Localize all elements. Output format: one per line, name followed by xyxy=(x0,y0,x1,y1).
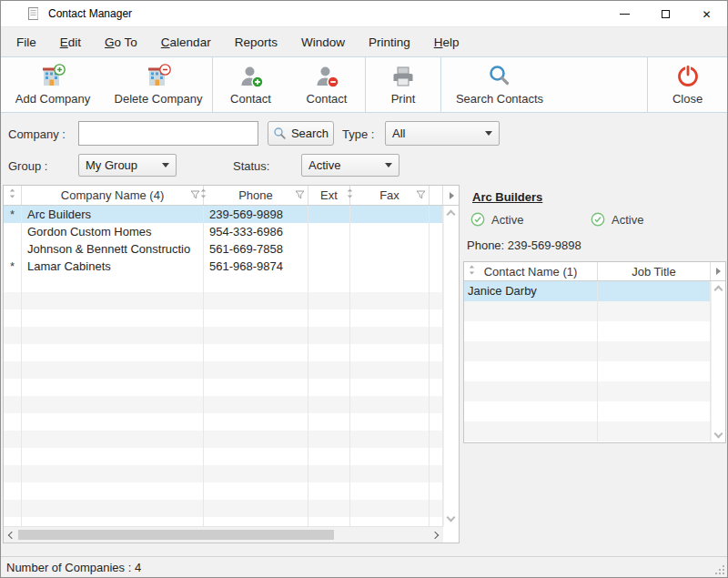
contact-grid-body: Janice Darby xyxy=(464,281,711,442)
search-button[interactable]: Search xyxy=(268,121,334,146)
table-row[interactable] xyxy=(4,344,443,361)
menu-item-window[interactable]: Window xyxy=(289,31,357,54)
table-row[interactable] xyxy=(4,448,443,465)
table-row[interactable] xyxy=(464,421,711,441)
table-row[interactable] xyxy=(464,401,711,421)
toolbar-button-search-contacts[interactable]: Search Contacts xyxy=(441,57,558,112)
column-header-label: Fax xyxy=(379,188,399,202)
scroll-right-arrow-icon[interactable] xyxy=(450,192,454,199)
menu-item-reports[interactable]: Reports xyxy=(223,31,289,54)
scroll-right-icon[interactable] xyxy=(431,532,439,539)
contact-grid-vertical-scrollbar[interactable] xyxy=(711,281,725,442)
menu-item-go-to[interactable]: Go To xyxy=(93,31,149,54)
cell xyxy=(430,258,443,275)
cell xyxy=(308,448,350,465)
status-select[interactable]: Active xyxy=(301,154,399,177)
status-badge-label: Active xyxy=(491,213,523,227)
maximize-button[interactable] xyxy=(645,1,686,27)
filter-funnel-icon[interactable] xyxy=(190,190,200,199)
menu-item-printing[interactable]: Printing xyxy=(357,31,422,54)
menu-item-edit[interactable]: Edit xyxy=(48,31,93,54)
table-row[interactable] xyxy=(4,482,443,500)
company-grid-horizontal-scrollbar[interactable] xyxy=(4,526,443,543)
table-row[interactable] xyxy=(4,361,443,379)
toolbar-button-close[interactable]: Close xyxy=(648,57,727,112)
filter-funnel-icon[interactable] xyxy=(295,190,305,199)
table-row[interactable] xyxy=(464,361,711,381)
cell xyxy=(204,396,308,413)
table-row[interactable] xyxy=(4,465,443,482)
toolbar-button-contact-delete[interactable]: Contact xyxy=(288,57,365,112)
cell xyxy=(598,421,711,441)
table-row[interactable] xyxy=(464,381,711,401)
column-header-phone[interactable]: Phone xyxy=(204,186,308,205)
type-select[interactable]: All xyxy=(385,121,500,146)
column-header-filler[interactable] xyxy=(430,186,443,205)
company-input[interactable] xyxy=(78,121,258,146)
minimize-button[interactable] xyxy=(604,1,645,27)
cell xyxy=(430,344,443,361)
column-header-job-title[interactable]: Job Title xyxy=(598,262,711,280)
contact-grid: Contact Name (1)Job Title Janice Darby xyxy=(463,261,726,443)
table-row[interactable] xyxy=(4,396,443,413)
cell xyxy=(308,327,350,344)
toolbar-button-add-company[interactable]: Add Company xyxy=(1,57,105,112)
scrollbar-thumb[interactable] xyxy=(18,530,334,540)
cell xyxy=(430,431,443,448)
status-bar: Number of Companies : 4 xyxy=(1,556,727,577)
toolbar-button-contact-add[interactable]: Contact xyxy=(213,57,288,112)
scroll-left-icon[interactable] xyxy=(8,532,15,539)
group-label: Group : xyxy=(8,159,47,173)
table-row[interactable]: *Lamar Cabinets561-968-9874 xyxy=(4,258,443,275)
menu-item-file[interactable]: File xyxy=(5,31,48,54)
column-header-company-name-4[interactable]: Company Name (4) xyxy=(22,186,204,205)
resize-grip[interactable] xyxy=(715,565,724,574)
toolbar-button-print[interactable]: Print xyxy=(366,57,440,112)
scroll-right-arrow-icon[interactable] xyxy=(716,268,721,275)
table-row[interactable]: Janice Darby xyxy=(464,281,711,301)
cell xyxy=(22,275,204,292)
table-row[interactable] xyxy=(464,341,711,361)
table-row[interactable]: *Arc Builders239-569-9898 xyxy=(4,206,443,223)
menu-item-calendar[interactable]: Calendar xyxy=(149,31,223,54)
row-marker-cell: * xyxy=(4,258,22,275)
group-select[interactable]: My Group xyxy=(78,154,177,177)
table-row[interactable] xyxy=(4,431,443,448)
cell xyxy=(430,413,443,431)
scroll-up-icon[interactable] xyxy=(447,210,456,219)
toolbar-button-delete-company[interactable]: Delete Company xyxy=(105,57,212,112)
table-row[interactable] xyxy=(4,500,443,517)
table-row[interactable] xyxy=(4,292,443,309)
column-header-fax[interactable]: Fax xyxy=(350,186,430,205)
table-row[interactable] xyxy=(4,379,443,396)
table-row[interactable] xyxy=(464,321,711,341)
cell xyxy=(308,482,350,500)
table-row[interactable] xyxy=(4,275,443,292)
row-marker-cell xyxy=(4,465,22,482)
table-row[interactable] xyxy=(464,301,711,321)
cell xyxy=(204,448,308,465)
cell: 561-669-7858 xyxy=(204,240,308,258)
filter-funnel-icon[interactable] xyxy=(416,190,426,199)
menu-item-help[interactable]: Help xyxy=(422,31,471,54)
close-window-button[interactable]: ✕ xyxy=(686,1,727,27)
cell xyxy=(430,361,443,379)
column-header-ext[interactable]: Ext xyxy=(308,186,350,205)
scroll-down-icon[interactable] xyxy=(447,513,456,522)
scroll-up-icon[interactable] xyxy=(714,286,723,295)
cell xyxy=(204,465,308,482)
type-select-value: All xyxy=(392,127,405,140)
table-row[interactable] xyxy=(4,413,443,431)
table-row[interactable]: Gordon Custom Homes954-333-6986 xyxy=(4,223,443,240)
building-remove-icon xyxy=(146,63,171,90)
cell xyxy=(308,292,350,309)
company-grid-vertical-scrollbar[interactable] xyxy=(443,206,459,526)
table-row[interactable]: Johnson & Bennett Constructio561-669-785… xyxy=(4,240,443,258)
table-row[interactable] xyxy=(4,327,443,344)
cell xyxy=(22,482,204,500)
scroll-down-icon[interactable] xyxy=(714,430,723,439)
filter-panel: Company : Search Type : All Group : My G… xyxy=(1,113,727,182)
table-row[interactable] xyxy=(4,309,443,327)
column-header-contact-name-1[interactable]: Contact Name (1) xyxy=(464,262,598,280)
cell xyxy=(22,361,204,379)
